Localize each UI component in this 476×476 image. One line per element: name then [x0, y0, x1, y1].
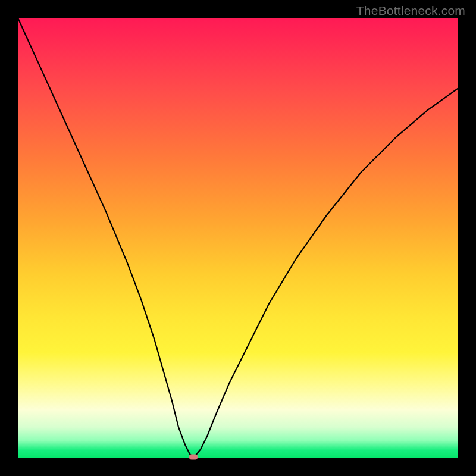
optimum-marker	[189, 454, 198, 459]
watermark-text: TheBottleneck.com	[356, 4, 465, 18]
plot-area	[18, 18, 458, 458]
bottleneck-curve	[18, 18, 458, 458]
